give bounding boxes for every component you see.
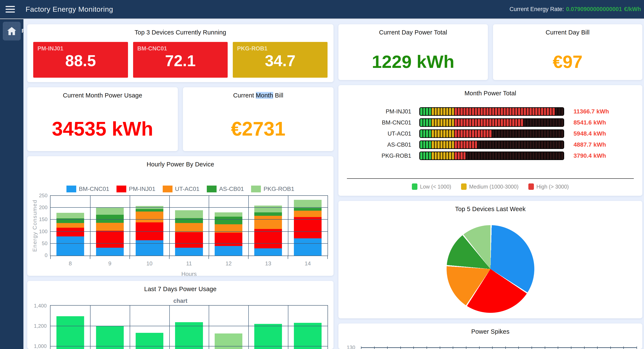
legend-item: AS-CB01: [207, 186, 244, 192]
gauge-segment: [426, 130, 428, 137]
gauge-segment: [469, 108, 472, 115]
gauge-segment: [469, 130, 472, 137]
axis-tick: [374, 347, 374, 349]
gauge-segment: [538, 119, 540, 126]
legend-label: PKG-ROB1: [264, 186, 294, 192]
axis-tick: [571, 347, 572, 349]
gauge-segment: [532, 152, 535, 159]
gauge-device-label: AS-CB01: [347, 141, 419, 148]
gauge-segment: [518, 130, 520, 137]
pie-chart[interactable]: [446, 225, 534, 313]
gauge-segment: [492, 119, 494, 126]
legend-item: UT-AC01: [163, 186, 200, 192]
gauge-segment: [464, 108, 466, 115]
gauge-segment: [541, 130, 543, 137]
gauge-segment: [435, 130, 437, 137]
gauge-segment: [438, 130, 440, 137]
gauge-segment: [481, 130, 483, 137]
gauge-segment: [420, 119, 422, 126]
home-nav-button[interactable]: [3, 22, 21, 40]
gauge-segment: [495, 130, 497, 137]
device-name: PM-INJ01: [38, 45, 64, 52]
gauge-segment: [515, 130, 518, 137]
axis-tick: [400, 347, 401, 349]
gauge-segment: [475, 141, 477, 148]
gauge-segment: [498, 108, 500, 115]
gauge-segment: [506, 119, 509, 126]
bar-segment: [175, 232, 203, 248]
gauge-segment: [435, 141, 437, 148]
menu-button[interactable]: [6, 5, 18, 14]
gauge-segment: [464, 130, 466, 137]
stacked-bar: [56, 196, 84, 256]
gauge-segment: [481, 152, 483, 159]
chart-column: 10: [130, 196, 169, 256]
legend-label: UT-AC01: [175, 186, 200, 192]
stacked-bar: [96, 196, 124, 256]
gauge-segment: [452, 130, 454, 137]
gauge-segment: [429, 141, 431, 148]
gauge-segment: [478, 119, 480, 126]
bar-segment: [56, 228, 84, 237]
bar: [56, 316, 84, 349]
gauge-row: PKG-ROB13790.4 kWh: [347, 150, 634, 161]
gauge-segment: [492, 108, 494, 115]
gauge-segment: [446, 119, 448, 126]
legend-label: BM-CNC01: [79, 186, 109, 192]
gauge-segment: [449, 119, 451, 126]
gauge-segment: [446, 108, 448, 115]
device-power-value: 34.7: [233, 52, 328, 70]
gauge-segment: [510, 130, 512, 137]
gauge-segment: [478, 141, 480, 148]
gauge-segment: [552, 152, 555, 159]
gridline: [50, 219, 328, 220]
device-name: PKG-ROB1: [237, 45, 268, 52]
axis-tick: [505, 347, 506, 349]
bar-segment: [175, 210, 203, 218]
bar-segment: [136, 209, 163, 212]
gauge-segment: [420, 108, 422, 115]
gauge-segment: [521, 130, 523, 137]
month-usage-value: 34535 kWh: [27, 99, 178, 151]
gauge-segment: [518, 108, 520, 115]
gauge-segment: [478, 130, 480, 137]
axis-tick: [466, 347, 466, 349]
bar-segment: [96, 208, 124, 215]
gauge-segment: [561, 119, 564, 126]
gauge-segment: [512, 152, 514, 159]
last7-bar-chart[interactable]: 1,4001,2001,000: [50, 305, 328, 349]
gauge-segment: [552, 130, 555, 137]
gauge-segment: [466, 152, 468, 159]
bar-segment: [175, 223, 203, 232]
gauge-segment: [440, 130, 443, 137]
gauge-segment: [420, 152, 422, 159]
gauge-value: 11366.7 kWh: [574, 108, 609, 115]
gauge-segment: [426, 119, 428, 126]
card-title: Current Month Power Usage: [27, 87, 178, 99]
gauge-segment: [524, 108, 526, 115]
gauge-segment: [530, 130, 532, 137]
gauge-segment: [489, 130, 492, 137]
gauge-segment: [446, 130, 448, 137]
power-spikes-chart[interactable]: 130: [361, 347, 637, 348]
gauge-segment: [515, 152, 518, 159]
gauge-segment: [432, 108, 434, 115]
gauge-segment: [475, 130, 477, 137]
gauge-segment: [506, 108, 509, 115]
hourly-stacked-bar-chart[interactable]: 050100150200250891011121314Energy Consum…: [50, 195, 328, 256]
hamburger-icon: [6, 6, 15, 7]
gauge-segment: [524, 141, 526, 148]
gauge-segment: [495, 119, 497, 126]
gauge-segment: [524, 152, 526, 159]
gauge-segment: [521, 119, 523, 126]
column-separator: [90, 196, 90, 256]
gauge-segment: [510, 119, 512, 126]
axis-tick: [545, 347, 545, 349]
gauge-segment: [512, 130, 514, 137]
gauge-segment: [455, 152, 457, 159]
y-axis-tick: 1,200: [32, 323, 47, 329]
gauge-segment: [481, 119, 483, 126]
axis-tick: [532, 347, 532, 349]
axis-tick: [479, 347, 480, 349]
legend-item: Medium (1000-3000): [461, 183, 518, 190]
